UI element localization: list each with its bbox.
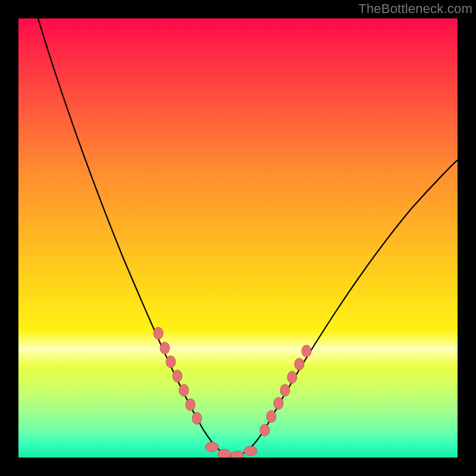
marker-right [287, 371, 297, 383]
chart-frame: TheBottleneck.com [0, 0, 476, 476]
marker-left [186, 399, 195, 411]
marker-right [274, 397, 283, 409]
marker-right [260, 424, 270, 436]
marker-bottom [231, 451, 244, 458]
marker-bottom [218, 449, 231, 458]
bottleneck-curve [38, 18, 458, 456]
marker-right [280, 384, 290, 396]
marker-left [166, 356, 176, 368]
marker-right [302, 345, 311, 357]
marker-bottom [205, 442, 218, 452]
marker-right [267, 411, 276, 422]
marker-left [192, 412, 202, 424]
marker-left [154, 327, 163, 339]
marker-right [295, 358, 304, 370]
curve-svg [18, 18, 458, 458]
marker-bottom [244, 446, 257, 456]
marker-left [179, 384, 189, 396]
watermark-label: TheBottleneck.com [358, 1, 472, 17]
marker-left [173, 370, 182, 382]
plot-area [18, 18, 458, 458]
marker-left [160, 342, 170, 354]
